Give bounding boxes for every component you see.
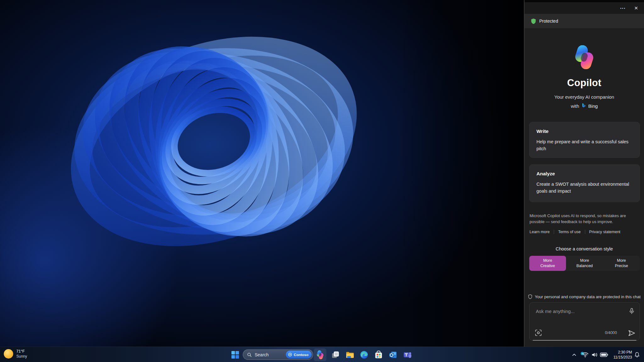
card-description: Help me prepare and write a successful s…: [536, 139, 633, 152]
card-description: Create a SWOT analysis about environment…: [536, 181, 633, 195]
bing-icon: [581, 103, 586, 109]
with-bing-row: with Bing: [525, 103, 644, 109]
desktop-wallpaper: [0, 0, 524, 362]
microsoft-store-icon: [374, 350, 383, 359]
desktop: ••• ✕ Protected Copi: [0, 0, 644, 362]
clock-widget[interactable]: 2:30 PM 11/15/2023: [611, 350, 632, 360]
microphone-icon[interactable]: [628, 308, 635, 315]
copilot-taskbar-icon: [316, 350, 325, 359]
copilot-panel: ••• ✕ Protected Copi: [524, 0, 644, 347]
char-counter: 0/4000: [605, 331, 617, 335]
tray-time: 2:30 PM: [611, 350, 632, 355]
contoso-badge[interactable]: Contoso: [286, 351, 312, 359]
data-protection-text: Your personal and company data are prote…: [535, 294, 641, 299]
chat-input-box[interactable]: Ask me anything... 0/4000: [529, 302, 640, 341]
data-protection-note: Your personal and company data are prote…: [525, 294, 644, 299]
outlook-button[interactable]: [387, 348, 399, 361]
terms-of-use-link[interactable]: Terms of use: [558, 230, 581, 234]
style-option-more-balanced[interactable]: More Balanced: [566, 256, 603, 271]
footer-links: Learn more Terms of use Privacy statemen…: [530, 230, 620, 234]
shield-icon: [531, 18, 536, 24]
close-icon[interactable]: ✕: [631, 4, 641, 12]
outlook-icon: [389, 350, 397, 359]
contoso-label: Contoso: [294, 353, 308, 357]
conversation-style-group: More Creative More Balanced More Precise: [529, 256, 640, 271]
more-options-icon[interactable]: •••: [618, 5, 628, 12]
style-option-more-precise[interactable]: More Precise: [603, 256, 640, 271]
weather-condition: Sunny: [16, 354, 27, 359]
copilot-titlebar: ••• ✕: [525, 2, 644, 14]
card-title: Write: [536, 129, 633, 134]
contoso-logo-icon: [288, 353, 292, 357]
taskbar-copilot-button[interactable]: [314, 348, 326, 361]
style-option-line1: More: [617, 258, 626, 263]
weather-temperature: 71°F: [16, 349, 27, 354]
link-divider: [585, 230, 585, 234]
style-option-line2: Balanced: [576, 263, 593, 269]
input-focus-underline: [533, 340, 636, 341]
card-title: Analyze: [536, 171, 633, 177]
volume-icon[interactable]: [591, 352, 598, 358]
style-option-line1: More: [580, 258, 589, 263]
microsoft-store-button[interactable]: [372, 348, 385, 361]
task-view-button[interactable]: [329, 348, 341, 361]
style-option-line2: Precise: [615, 263, 628, 269]
file-explorer-icon: [345, 350, 354, 359]
sun-icon: [4, 349, 13, 359]
edge-icon: [360, 350, 369, 359]
file-explorer-button[interactable]: [343, 348, 356, 361]
visual-search-icon[interactable]: [535, 329, 542, 337]
style-option-line2: Creative: [540, 263, 555, 269]
conversation-style-heading: Choose a conversation style: [525, 246, 644, 251]
search-icon: [247, 352, 252, 357]
hidden-icons-chevron-icon[interactable]: [572, 352, 577, 357]
protected-label: Protected: [539, 19, 558, 24]
link-divider: [554, 230, 554, 234]
teams-button[interactable]: [401, 348, 414, 361]
copilot-subtitle: Your everyday AI companion: [525, 94, 644, 100]
wifi-icon[interactable]: [582, 352, 589, 358]
battery-icon[interactable]: [600, 352, 608, 357]
suggestion-card-analyze[interactable]: Analyze Create a SWOT analysis about env…: [529, 164, 640, 202]
edge-browser-button[interactable]: [358, 348, 370, 361]
taskbar-search[interactable]: Search Contoso: [243, 349, 313, 360]
with-label: with: [571, 103, 579, 109]
bing-label: Bing: [588, 103, 598, 109]
shield-outline-icon: [528, 294, 532, 299]
notification-bell-icon[interactable]: [634, 352, 640, 358]
tray-date: 11/15/2023: [611, 355, 632, 360]
weather-widget[interactable]: 71°F Sunny: [4, 349, 27, 359]
start-button[interactable]: [229, 348, 242, 361]
style-option-more-creative[interactable]: More Creative: [529, 256, 566, 271]
style-option-line1: More: [543, 258, 552, 263]
ai-disclaimer-text: Microsoft Copilot uses AI to respond, so…: [530, 213, 640, 225]
learn-more-link[interactable]: Learn more: [530, 230, 550, 234]
search-placeholder: Search: [255, 352, 286, 357]
task-view-icon: [331, 350, 340, 359]
copilot-logo: [572, 45, 596, 69]
suggestion-card-write[interactable]: Write Help me prepare and write a succes…: [529, 122, 640, 158]
protected-status-bar[interactable]: Protected: [525, 14, 644, 28]
chat-input-placeholder: Ask me anything...: [536, 309, 575, 314]
privacy-statement-link[interactable]: Privacy statement: [589, 230, 620, 234]
teams-icon: [403, 350, 412, 359]
window-top-strip: [525, 0, 644, 2]
taskbar: 71°F Sunny Search Co: [0, 347, 644, 362]
send-icon[interactable]: [628, 329, 636, 337]
copilot-title: Copilot: [525, 77, 644, 89]
windows-logo-icon: [231, 350, 240, 359]
